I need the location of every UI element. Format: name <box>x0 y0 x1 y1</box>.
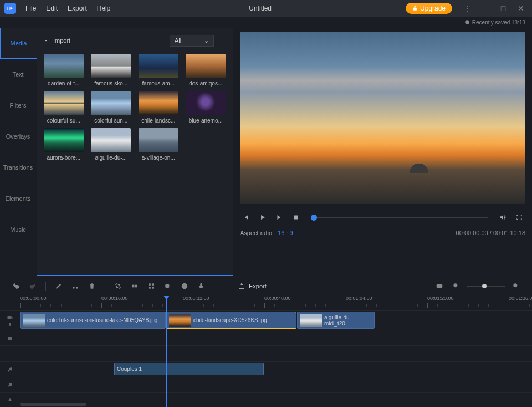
video-track-header[interactable] <box>0 311 20 330</box>
filter-value: All <box>175 37 181 44</box>
svg-rect-6 <box>132 284 134 287</box>
save-status-text: Recently saved 18:13 <box>472 19 525 26</box>
play-button[interactable] <box>257 211 269 223</box>
fit-icon[interactable] <box>433 280 446 292</box>
tab-music[interactable]: Music <box>0 214 37 245</box>
audio-track-2-header[interactable] <box>0 377 20 392</box>
media-item[interactable]: famous-am... <box>137 54 180 87</box>
save-status: Recently saved 18:13 <box>0 17 532 28</box>
import-button[interactable]: Import <box>42 37 70 44</box>
mic-track-content[interactable] <box>20 393 532 401</box>
minimize-icon[interactable]: ― <box>479 2 492 15</box>
svg-point-13 <box>167 285 168 286</box>
media-label: qarden-of-t... <box>48 80 79 87</box>
audio-track-2-content[interactable] <box>20 377 532 392</box>
stop-button[interactable] <box>290 211 302 223</box>
media-label: famous-sko... <box>94 80 127 87</box>
tab-text[interactable]: Text <box>0 59 37 90</box>
timeline-ruler[interactable]: 00:00:00.0000:00:16.0000:00:32.0000:00:4… <box>20 296 532 310</box>
app-logo <box>4 3 16 14</box>
tab-overlays[interactable]: Overlays <box>0 121 37 152</box>
media-item[interactable]: dos-amiqos... <box>185 54 228 87</box>
tab-filters[interactable]: Filters <box>0 90 37 121</box>
tab-elements[interactable]: Elements <box>0 183 37 214</box>
filter-dropdown[interactable]: All ⌄ <box>170 35 214 47</box>
speed-icon[interactable] <box>178 280 191 292</box>
next-frame-button[interactable] <box>273 211 285 223</box>
clip-thumb <box>23 314 45 327</box>
media-item[interactable]: a-villaqe-on... <box>137 128 180 161</box>
media-item[interactable]: colorful-sun... <box>90 91 133 124</box>
pip-track-header[interactable] <box>0 330 20 345</box>
media-item[interactable]: colourful-su... <box>42 91 85 124</box>
fullscreen-icon[interactable] <box>513 211 525 223</box>
video-track-content[interactable]: colorful-sunrise-on-fusine-lake-ND5QAY8.… <box>20 311 532 330</box>
mosaic-icon[interactable] <box>145 280 157 292</box>
edit-tool-icon[interactable] <box>53 280 65 292</box>
scrollbar-thumb[interactable] <box>20 403 86 406</box>
redo-button[interactable] <box>27 280 39 292</box>
undo-button[interactable] <box>10 280 22 292</box>
more-icon[interactable]: ⋮ <box>461 2 474 15</box>
prev-frame-button[interactable] <box>240 211 252 223</box>
menu-export[interactable]: Export <box>63 2 91 14</box>
playback-track[interactable] <box>311 217 488 218</box>
aspect-value[interactable]: 16 : 9 <box>278 230 293 236</box>
menu-file[interactable]: File <box>21 2 40 14</box>
svg-rect-7 <box>135 284 137 287</box>
audio-track-1-header[interactable] <box>0 362 20 377</box>
ruler-tick: 00:00:32.00 <box>183 296 209 301</box>
clip-couples[interactable]: Couples 1 <box>114 363 264 375</box>
maximize-icon[interactable]: □ <box>497 2 510 15</box>
pip-track-content[interactable] <box>20 330 532 345</box>
media-label: a-villaqe-on... <box>142 155 175 161</box>
text-track-content[interactable] <box>20 346 532 361</box>
text-track-header[interactable] <box>0 346 20 361</box>
menu-edit[interactable]: Edit <box>42 2 62 14</box>
media-item[interactable]: aurora-bore... <box>42 128 85 161</box>
clip-colorful-sunrise[interactable]: colorful-sunrise-on-fusine-lake-ND5QAY8.… <box>20 312 166 329</box>
crop-icon[interactable] <box>112 280 124 292</box>
main-menu: File Edit Export Help <box>21 2 115 14</box>
tab-transitions[interactable]: Transitions <box>0 152 37 183</box>
upgrade-button[interactable]: Upgrade <box>406 3 452 14</box>
media-item[interactable]: famous-sko... <box>90 54 133 87</box>
preview-viewport[interactable] <box>240 32 525 204</box>
volume-icon[interactable] <box>497 211 509 223</box>
zoom-slider[interactable] <box>467 286 505 287</box>
zoom-out-icon[interactable] <box>450 280 462 292</box>
tab-media[interactable]: Media <box>0 28 37 59</box>
playback-scrubber[interactable] <box>311 215 317 221</box>
chevron-down-icon: ⌄ <box>204 37 209 44</box>
menu-help[interactable]: Help <box>93 2 115 14</box>
record-icon[interactable] <box>162 280 174 292</box>
media-thumb <box>91 54 131 78</box>
timeline-scrollbar[interactable] <box>0 401 532 407</box>
timeline-export-button[interactable]: Export <box>238 282 267 290</box>
clip-aiguille[interactable]: aiguille-du-midi_t20 <box>297 312 375 329</box>
voiceover-icon[interactable] <box>195 280 207 292</box>
close-icon[interactable]: ✕ <box>514 2 528 15</box>
audio-track-1: Couples 1 <box>0 361 532 377</box>
split-icon[interactable] <box>129 280 141 292</box>
media-thumb <box>44 54 84 78</box>
media-item[interactable]: blue-anemo... <box>185 91 228 124</box>
zoom-in-icon[interactable] <box>510 280 522 292</box>
mic-track <box>0 392 532 401</box>
svg-rect-19 <box>8 316 12 319</box>
delete-icon[interactable] <box>86 280 98 292</box>
cut-tool-icon[interactable] <box>69 280 81 292</box>
text-tool-icon[interactable] <box>212 280 224 292</box>
media-item[interactable]: qarden-of-t... <box>42 54 85 87</box>
media-item[interactable]: aiguille-du-... <box>90 128 133 161</box>
import-label: Import <box>53 37 70 44</box>
media-thumb <box>44 91 84 115</box>
preview-time: 00:00:00.00 / 00:01:10.18 <box>456 230 525 236</box>
svg-rect-9 <box>152 283 154 285</box>
audio-track-1-content[interactable]: Couples 1 <box>20 362 532 377</box>
media-item[interactable]: chile-landsc... <box>137 91 180 124</box>
mic-track-header[interactable] <box>0 393 20 401</box>
zoom-thumb[interactable] <box>482 284 487 288</box>
list-view-icon[interactable] <box>218 36 227 45</box>
clip-chile-landscape[interactable]: chile-landscape-XD526KS.jpg <box>166 312 296 329</box>
